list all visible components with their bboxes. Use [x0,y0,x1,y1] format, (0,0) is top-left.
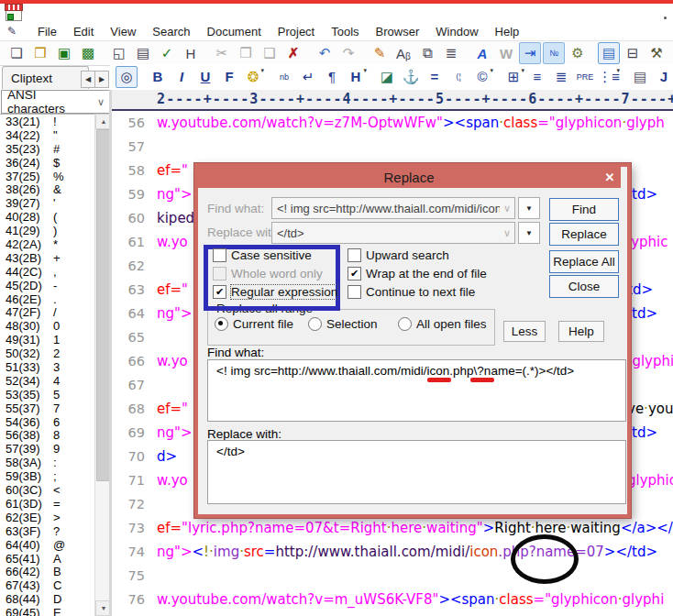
cliptext-item-37-25[interactable]: 37(25)% [0,170,94,183]
menu-tools[interactable]: Tools [323,23,367,40]
cliptext-item-65-41[interactable]: 65(41)A [0,552,94,566]
cliptext-item-63-3f[interactable]: 63(3F)? [0,524,94,538]
cliptext-item-58-3a[interactable]: 58(3A): [0,456,94,469]
color-icon[interactable]: ❂▾ [242,66,264,88]
document-list-icon[interactable]: ▤ [598,42,620,64]
menu-document[interactable]: Document [199,23,270,40]
menu-view[interactable]: View [102,23,144,40]
function-list-icon[interactable]: F [669,42,673,64]
radio-current-file[interactable]: Current file [215,317,293,331]
menu-help[interactable]: Help [487,23,528,40]
javascript-icon[interactable]: J [653,66,673,88]
cliptext-item-64-40[interactable]: 64(40)@ [0,538,94,552]
special-char-icon[interactable]: ©▾ [471,66,493,88]
cliptext-item-34-22[interactable]: 34(22)" [0,128,94,142]
watermark-icon[interactable]: W [495,42,517,64]
table-icon[interactable]: ⊞▾ [502,66,524,88]
cliptext-item-54-36[interactable]: 54(36)6 [0,415,94,429]
output-window-icon[interactable]: ⊟ [622,42,644,64]
page-settings-icon[interactable]: ⚙ [567,42,589,64]
cliptext-item-33-21[interactable]: 33(21)! [0,115,94,128]
print-icon[interactable]: ▤ [132,42,154,64]
line-number-icon[interactable]: № [543,42,565,64]
cut-icon[interactable]: ✂ [211,42,233,64]
hr-icon[interactable]: = [424,66,446,88]
cliptext-item-57-39[interactable]: 57(39)9 [0,442,94,456]
cliptext-item-61-3d[interactable]: 61(3D)= [0,497,94,511]
auto-indent-icon[interactable]: ⇥ [519,42,541,64]
radio-selection[interactable]: Selection [308,317,378,331]
image-icon[interactable]: ◪ [376,66,398,88]
close-button[interactable]: Close [549,275,619,298]
cliptext-item-36-24[interactable]: 36(24)$ [0,156,94,170]
redo-icon[interactable]: ↷ [337,42,359,64]
font-icon[interactable]: A [471,42,493,64]
comment-icon[interactable]: ⟨¦ [447,66,469,88]
cliptext-item-47-2f[interactable]: 47(2F)/ [0,305,94,319]
spell-check-icon[interactable]: ✓ [156,42,178,64]
cliptext-item-39-27[interactable]: 39(27)' [0,196,94,210]
dialog-title[interactable]: Replace [197,166,621,188]
cliptext-item-55-37[interactable]: 55(37)7 [0,402,94,415]
radio-circle[interactable] [308,317,322,331]
replace-all-button[interactable]: Replace All [549,250,619,273]
html-document-icon[interactable]: H [180,42,202,64]
cliptext-item-43-2b[interactable]: 43(2B)+ [0,251,94,265]
replace-button[interactable]: Replace [549,223,619,246]
checkbox-box[interactable] [348,285,361,299]
cliptext-item-45-2d[interactable]: 45(2D)- [0,279,94,292]
cliptext-category-select[interactable]: ANSI characters ∨ [1,90,110,114]
cliptext-item-50-32[interactable]: 50(32)2 [0,346,94,360]
cliptext-item-46-2e[interactable]: 46(2E). [0,292,94,306]
replace-text-area[interactable]: </td> [207,440,626,504]
cliptext-scrollbar[interactable]: ▲ ▼ [94,114,110,616]
cliptext-item-51-33[interactable]: 51(33)3 [0,360,94,374]
nbsp-icon[interactable]: nb [273,66,295,88]
copy-icon[interactable]: ❐ [235,42,257,64]
cliptext-item-38-26[interactable]: 38(26)& [0,182,94,196]
menu-window[interactable]: Window [427,23,486,40]
cliptext-item-52-34[interactable]: 52(34)4 [0,374,94,388]
pre-icon[interactable]: PRE [574,66,596,88]
cliptext-item-60-3c[interactable]: 60(3C)< [0,483,94,497]
line-break-icon[interactable]: ↵ [297,66,319,88]
delete-icon[interactable]: ✗ [282,42,304,64]
menu-project[interactable]: Project [270,23,323,40]
cliptext-item-49-31[interactable]: 49(31)1 [0,333,94,346]
cliptext-item-67-43[interactable]: 67(43)C [0,578,94,592]
cliptext-item-40-28[interactable]: 40(28)( [0,210,94,224]
checkbox-case-sensitive[interactable]: Case sensitive [213,248,312,262]
paragraph-icon[interactable]: ¶ [321,66,343,88]
highlight-icon[interactable]: ✎ [369,42,391,64]
checkbox-regular-expression[interactable]: ✔Regular expression [213,285,337,299]
find-button[interactable]: Find [549,198,619,221]
insert-list-icon[interactable]: ≣ [440,42,462,64]
checkbox-box[interactable] [213,248,226,262]
save-icon[interactable]: ▣ [53,42,75,64]
checkbox-box[interactable] [348,248,361,262]
form-icon[interactable]: ▤ [629,66,651,88]
cliptext-item-48-30[interactable]: 48(30)0 [0,319,94,333]
cliptext-item-35-23[interactable]: 35(23)# [0,142,94,156]
tab-cliptext[interactable]: Cliptext [2,66,89,89]
scrollbar-thumb[interactable] [96,129,110,481]
align-top-icon[interactable]: ≣ [550,66,572,88]
browser-preview-icon[interactable]: ◎ [116,66,138,88]
checkbox-whole-word-only[interactable]: Whole word only [213,267,323,280]
anchor-icon[interactable]: ⚓ [400,66,422,88]
open-file-icon[interactable]: ❒ [29,42,51,64]
radio-all-open-files[interactable]: All open files [398,317,487,331]
help-button[interactable]: Help [558,321,604,342]
checkbox-box[interactable]: ✔ [348,267,361,280]
font-tag-icon[interactable]: F [218,66,240,88]
radio-circle[interactable] [398,317,412,331]
cliptext-item-44-2c[interactable]: 44(2C), [0,265,94,279]
replace-dropdown-button[interactable]: ▼ [518,222,540,244]
cliptext-item-53-35[interactable]: 53(35)5 [0,388,94,402]
cliptext-item-56-38[interactable]: 56(38)8 [0,428,94,442]
cliptext-item-62-3e[interactable]: 62(3E)> [0,511,94,524]
less-button[interactable]: Less [503,321,546,342]
bold-icon[interactable]: B [147,66,169,88]
menu-file[interactable]: File [29,23,65,40]
undo-icon[interactable]: ↶ [314,42,336,64]
